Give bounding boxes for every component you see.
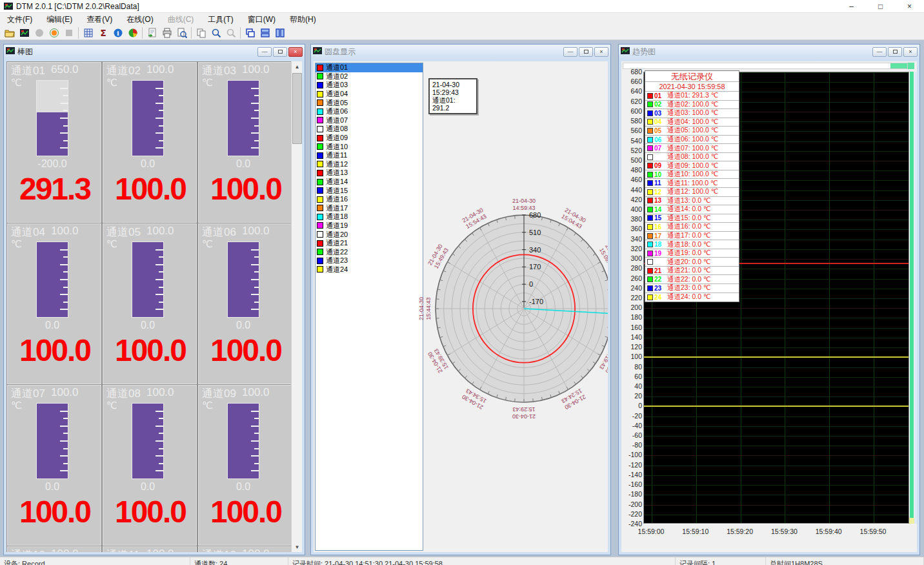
pie-chart-button[interactable] — [125, 26, 140, 39]
channel-list-item-1[interactable]: 通道01 — [316, 63, 423, 72]
gauge-tick-mark — [159, 95, 163, 96]
menu-item-4[interactable]: 在线(O) — [119, 13, 160, 26]
disc-window-close-button[interactable]: × — [594, 47, 608, 57]
print-preview-button[interactable] — [174, 26, 189, 39]
gauge-tick-mark — [60, 118, 68, 119]
gauge-tick-mark — [251, 249, 259, 251]
zoom-out-disabled-button — [223, 26, 238, 39]
bar-gauge-通道11[interactable]: 通道11100.0 — [103, 546, 197, 552]
legend-row-channel-07: 07通道07: 100.0 ℃ — [645, 144, 739, 153]
legend-color-swatch — [647, 276, 653, 282]
window-tile-horizontal-button[interactable] — [257, 26, 272, 39]
copy-button[interactable] — [194, 26, 208, 39]
channel-list-item-12[interactable]: 通道12 — [316, 160, 423, 169]
legend-channel-value: 通道20: 0.0 ℃ — [667, 258, 711, 267]
trend-window-restore-button[interactable] — [888, 47, 902, 57]
bar-window-restore-button[interactable] — [273, 47, 287, 57]
channel-list-item-2[interactable]: 通道02 — [316, 72, 423, 81]
print-button[interactable] — [159, 26, 174, 39]
app-close-button[interactable]: × — [895, 0, 924, 13]
gauge-tick-mark — [156, 118, 163, 119]
trend-hscroll-thumb[interactable] — [890, 63, 907, 68]
trend-hgridline — [644, 475, 909, 476]
gauge-channel-name: 通道03 — [202, 63, 238, 78]
bar-gauge-通道04[interactable]: 通道04100.0℃0.0100.0 — [7, 223, 101, 384]
legend-color-swatch — [647, 180, 653, 186]
channel-list-item-10[interactable]: 通道10 — [316, 142, 423, 151]
trend-y-tick-label: 300 — [622, 254, 642, 262]
channel-list-item-14[interactable]: 通道14 — [316, 178, 423, 187]
bar-gauge-通道08[interactable]: 通道08100.0℃0.0100.0 — [103, 385, 197, 546]
disc-window-restore-button[interactable] — [579, 47, 593, 57]
trend-series-line-0 — [644, 406, 909, 407]
disc-window-titlebar[interactable]: 圆盘显示 — × — [311, 45, 610, 59]
scroll-down-arrow[interactable]: ▼ — [292, 542, 302, 552]
legend-color-swatch — [647, 128, 653, 134]
bar-window-scrollbar[interactable]: ▲▼ — [291, 61, 302, 552]
channel-list-item-5[interactable]: 通道05 — [316, 98, 423, 107]
bar-graph-titlebar[interactable]: 棒图 — × — [4, 45, 305, 59]
trend-hgridline — [644, 308, 909, 309]
gauge-max-value: 100.0 — [146, 548, 174, 552]
app-maximize-button[interactable]: □ — [866, 0, 895, 13]
trend-hgridline — [644, 347, 909, 348]
legend-channel-value: 通道23: 0.0 ℃ — [667, 283, 711, 293]
channel-list-item-3[interactable]: 通道03 — [316, 81, 423, 90]
trend-window-minimize-button[interactable]: — — [872, 47, 887, 57]
data-table-button[interactable] — [81, 26, 95, 39]
menu-item-7[interactable]: 窗口(W) — [241, 13, 283, 26]
zoom-in-button[interactable] — [208, 26, 223, 39]
legend-color-swatch — [647, 110, 653, 116]
export-file-button[interactable] — [145, 26, 159, 39]
scrollbar-thumb[interactable] — [292, 73, 302, 144]
gauge-min-value: 0.0 — [119, 481, 177, 493]
bar-gauge-通道09[interactable]: 通道09100.0℃0.0100.0 — [198, 385, 292, 546]
trend-horizontal-scrollbar[interactable] — [623, 63, 908, 69]
gauge-tick-mark — [60, 264, 68, 265]
menu-item-8[interactable]: 帮助(H) — [283, 13, 323, 26]
trend-vscroll-thumb[interactable] — [909, 518, 914, 524]
menu-item-3[interactable]: 查看(V) — [79, 13, 119, 26]
bar-window-minimize-button[interactable]: — — [257, 47, 272, 57]
window-tile-vertical-button[interactable] — [272, 26, 287, 39]
channel-list-item-13[interactable]: 通道13 — [316, 169, 423, 178]
trend-window-titlebar[interactable]: 趋势图 — × — [619, 45, 919, 59]
window-icon — [313, 46, 322, 57]
sigma-stats-button[interactable]: Σ — [95, 26, 110, 39]
gauge-tick-mark — [251, 411, 259, 412]
bar-gauge-通道03[interactable]: 通道03100.0℃0.0100.0 — [198, 62, 292, 223]
trend-window-close-button[interactable]: × — [903, 47, 918, 57]
gauge-tick-mark — [254, 302, 259, 303]
channel-list-item-4[interactable]: 通道04 — [316, 90, 423, 99]
app-minimize-button[interactable]: – — [837, 0, 866, 13]
disc-window-minimize-button[interactable]: — — [563, 47, 578, 57]
bar-gauge-通道01[interactable]: 通道01650.0℃-200.0291.3 — [7, 62, 101, 223]
menu-item-6[interactable]: 工具(T) — [201, 13, 240, 26]
bar-gauge-通道10[interactable]: 通道10100.0 — [7, 546, 101, 552]
bar-gauge-通道12[interactable]: 通道12100.0 — [198, 546, 292, 552]
channel-list-item-8[interactable]: 通道08 — [316, 125, 423, 134]
channel-list-item-6[interactable]: 通道06 — [316, 107, 423, 116]
window-cascade-button[interactable] — [243, 26, 257, 39]
gauge-tick-mark — [251, 294, 259, 295]
bar-gauge-通道02[interactable]: 通道02100.0℃0.0100.0 — [103, 62, 197, 223]
record-active-button[interactable] — [46, 26, 61, 39]
bar-gauge-通道07[interactable]: 通道07100.0℃0.0100.0 — [7, 385, 101, 546]
trend-vertical-scrollbar[interactable] — [910, 72, 914, 524]
menu-item-1[interactable]: 文件(F) — [0, 13, 39, 26]
scroll-up-arrow[interactable]: ▲ — [292, 61, 302, 72]
channel-list-item-9[interactable]: 通道09 — [316, 134, 423, 143]
chart-file-button[interactable] — [17, 26, 32, 39]
open-folder-button[interactable] — [2, 26, 17, 39]
gauge-header: 通道02100.0 — [106, 63, 196, 76]
polar-chart[interactable]: 6805103401700-17021-04-3014:59:4321-04-3… — [397, 190, 608, 449]
channel-list-item-11[interactable]: 通道11 — [316, 151, 423, 160]
info-button[interactable]: i — [110, 26, 125, 39]
channel-list-item-7[interactable]: 通道07 — [316, 116, 423, 125]
bar-gauge-通道06[interactable]: 通道06100.0℃0.0100.0 — [198, 223, 292, 384]
bar-window-close-button[interactable]: × — [288, 47, 303, 57]
gauge-current-value: 291.3 — [8, 171, 101, 207]
legend-row-channel-22: 22通道22: 0.0 ℃ — [645, 275, 739, 284]
menu-item-2[interactable]: 编辑(E) — [39, 13, 79, 26]
bar-gauge-通道05[interactable]: 通道05100.0℃0.0100.0 — [103, 223, 197, 384]
